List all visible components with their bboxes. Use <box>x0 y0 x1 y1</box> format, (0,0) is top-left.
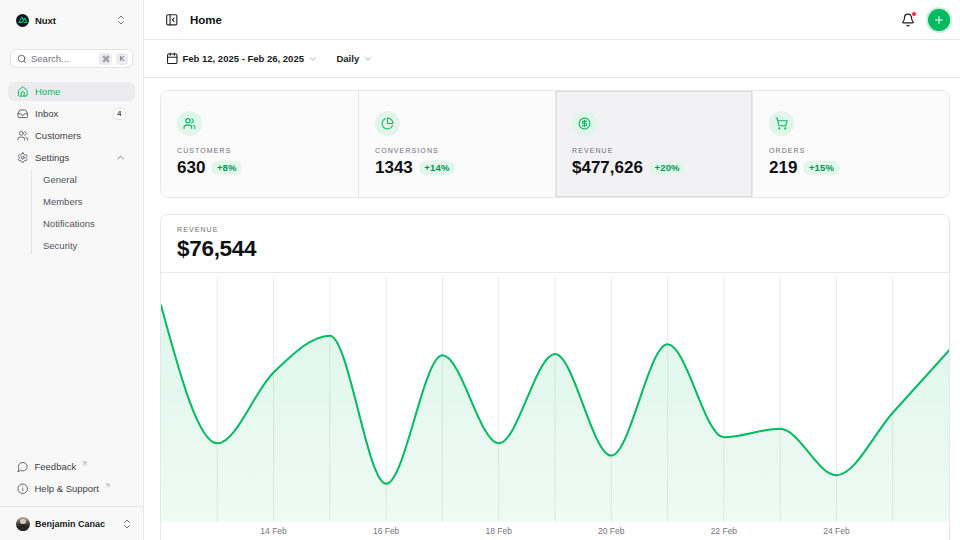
add-button[interactable] <box>928 9 950 31</box>
stat-card-customers[interactable]: CUSTOMERS630+8% <box>161 91 358 197</box>
stat-label: ORDERS <box>769 147 935 154</box>
collapse-sidebar-button[interactable] <box>165 13 179 27</box>
arrow-up-right-icon <box>81 460 88 467</box>
sidebar-item-security[interactable]: Security <box>32 236 135 255</box>
x-tick-label: 22 Feb <box>711 526 738 536</box>
stat-delta-badge: +14% <box>419 161 455 176</box>
sidebar-item-members[interactable]: Members <box>32 192 135 211</box>
sidebar-item-settings[interactable]: Settings <box>8 148 135 167</box>
search-input[interactable]: Search... K <box>10 49 133 68</box>
stat-card-conversions[interactable]: CONVERSIONS1343+14% <box>358 91 555 197</box>
calendar-icon <box>166 52 179 65</box>
sidebar-footer-label: Help & Support <box>35 483 99 494</box>
sidebar-item-label: Customers <box>35 130 81 141</box>
workspace-switcher[interactable]: Nuxt <box>8 0 135 40</box>
stat-value: 219 <box>769 158 797 178</box>
stat-label: CONVERSIONS <box>375 147 541 154</box>
x-tick-label: 16 Feb <box>373 526 400 536</box>
sidebar-subitem-label: Members <box>43 196 83 207</box>
nuxt-logo-icon <box>16 14 29 27</box>
sidebar: Nuxt Search... K HomeInbox4CustomersSett… <box>0 0 144 540</box>
app-root: Nuxt Search... K HomeInbox4CustomersSett… <box>0 0 960 540</box>
notification-dot <box>911 11 917 17</box>
chat-bubble-icon <box>17 461 29 473</box>
kbd-k: K <box>116 53 128 65</box>
users-icon <box>17 130 29 142</box>
stat-value: 1343 <box>375 158 413 178</box>
x-tick-label: 24 Feb <box>823 526 850 536</box>
sidebar-subitem-label: Notifications <box>43 218 95 229</box>
notifications-button[interactable] <box>901 13 915 27</box>
kbd-cmd <box>99 53 112 65</box>
chart-headline-value: $76,544 <box>177 236 933 262</box>
period-select[interactable]: Daily <box>336 53 373 64</box>
stat-label: REVENUE <box>572 147 738 154</box>
sidebar-subitem-label: General <box>43 174 77 185</box>
stat-value: 630 <box>177 158 205 178</box>
sidebar-nav: HomeInbox4CustomersSettingsGeneralMember… <box>0 80 143 258</box>
dollar-circle-icon <box>572 111 597 136</box>
sidebar-item-customers[interactable]: Customers <box>8 126 135 145</box>
header-actions <box>901 9 950 31</box>
sidebar-item-feedback[interactable]: Feedback <box>8 457 135 476</box>
stat-delta-badge: +8% <box>211 161 242 176</box>
users-icon <box>177 111 202 136</box>
sidebar-item-inbox[interactable]: Inbox4 <box>8 104 135 123</box>
page-title: Home <box>190 14 222 26</box>
revenue-area-chart[interactable]: 14 Feb16 Feb18 Feb20 Feb22 Feb24 Feb <box>161 273 949 540</box>
cart-icon <box>769 111 794 136</box>
stat-delta-badge: +15% <box>803 161 839 176</box>
sidebar-footer-nav: FeedbackHelp & Support <box>0 457 143 506</box>
stat-value-row: 630+8% <box>177 158 344 178</box>
chart-x-axis-labels: 14 Feb16 Feb18 Feb20 Feb22 Feb24 Feb <box>260 526 850 536</box>
user-avatar <box>16 517 30 531</box>
stat-card-orders[interactable]: ORDERS219+15% <box>752 91 949 197</box>
date-range-label: Feb 12, 2025 - Feb 26, 2025 <box>183 53 304 64</box>
stat-value: $477,626 <box>572 158 643 178</box>
filters-toolbar: Feb 12, 2025 - Feb 26, 2025 Daily <box>144 40 960 78</box>
sidebar-spacer <box>0 258 143 457</box>
sidebar-item-label: Home <box>35 86 60 97</box>
x-tick-label: 18 Feb <box>485 526 512 536</box>
period-label: Daily <box>336 53 359 64</box>
sidebar-item-general[interactable]: General <box>32 170 135 189</box>
revenue-area-chart-svg: 14 Feb16 Feb18 Feb20 Feb22 Feb24 Feb <box>161 273 949 540</box>
sidebar-item-notifications[interactable]: Notifications <box>32 214 135 233</box>
stat-value-row: 1343+14% <box>375 158 541 178</box>
user-menu-button[interactable]: Benjamin Canac <box>0 506 143 540</box>
revenue-chart-card: REVENUE $76,544 14 Feb16 Feb18 Feb20 Feb… <box>160 214 950 540</box>
chevron-down-icon <box>308 54 318 64</box>
sidebar-subnav-settings: GeneralMembersNotificationsSecurity <box>31 170 135 255</box>
inbox-icon <box>17 108 29 120</box>
stat-value-row: $477,626+20% <box>572 158 738 178</box>
page-header: Home <box>144 0 960 40</box>
sidebar-item-help-support[interactable]: Help & Support <box>8 479 135 498</box>
stats-row: CUSTOMERS630+8%CONVERSIONS1343+14%REVENU… <box>160 90 950 198</box>
sidebar-item-label: Settings <box>35 152 69 163</box>
chart-header: REVENUE $76,544 <box>161 215 949 273</box>
search-icon <box>17 54 27 64</box>
pie-chart-icon <box>375 111 400 136</box>
sidebar-footer-label: Feedback <box>35 461 77 472</box>
x-tick-label: 14 Feb <box>260 526 287 536</box>
dashboard-content: CUSTOMERS630+8%CONVERSIONS1343+14%REVENU… <box>144 78 960 540</box>
stat-value-row: 219+15% <box>769 158 935 178</box>
search-placeholder: Search... <box>31 53 95 64</box>
chevrons-up-down-icon <box>121 518 133 530</box>
date-range-picker[interactable]: Feb 12, 2025 - Feb 26, 2025 <box>166 52 318 65</box>
inbox-count-badge: 4 <box>113 108 126 120</box>
stat-delta-badge: +20% <box>649 161 685 176</box>
sidebar-item-home[interactable]: Home <box>8 82 135 101</box>
x-tick-label: 20 Feb <box>598 526 625 536</box>
chevron-down-icon <box>363 54 373 64</box>
main-panel: Home Feb 12, 2025 - Feb 26, 2025 Daily <box>144 0 960 540</box>
gear-icon <box>17 152 29 164</box>
info-circle-icon <box>17 483 29 495</box>
sidebar-item-label: Inbox <box>35 108 58 119</box>
stat-card-revenue[interactable]: REVENUE$477,626+20% <box>555 91 752 197</box>
arrow-up-right-icon <box>104 482 111 489</box>
chevron-up-icon <box>115 152 126 163</box>
user-name: Benjamin Canac <box>35 519 105 529</box>
workspace-name: Nuxt <box>35 15 56 26</box>
chevrons-up-down-icon <box>115 14 127 26</box>
